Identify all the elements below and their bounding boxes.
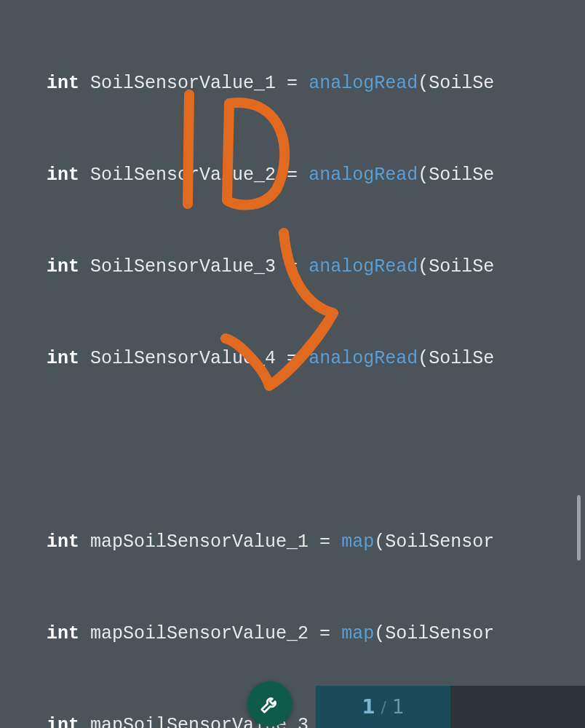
bottom-toolbar: 1 / 1 (0, 678, 585, 728)
blank-line (0, 435, 585, 466)
type-keyword: int (47, 68, 79, 99)
settings-button[interactable] (247, 681, 292, 727)
search-result-counter[interactable]: 1 / 1 (316, 686, 450, 728)
vertical-scrollbar[interactable] (577, 495, 581, 561)
code-line: int SoilSensorValue_3 = analogRead(SoilS… (0, 252, 585, 282)
pager-current: 1 (362, 696, 375, 718)
code-line: int SoilSensorValue_2 = analogRead(SoilS… (0, 160, 585, 191)
code-editor[interactable]: int SoilSensorValue_1 = analogRead(SoilS… (0, 0, 585, 728)
pager-separator: / (381, 698, 386, 716)
wrench-icon (259, 693, 281, 715)
pager-total: 1 (392, 696, 405, 718)
code-line: int mapSoilSensorValue_2 = map(SoilSenso… (0, 619, 585, 649)
code-line: int SoilSensorValue_1 = analogRead(SoilS… (0, 68, 585, 99)
code-line: int SoilSensorValue_4 = analogRead(SoilS… (0, 344, 585, 374)
toolbar-spacer (450, 686, 585, 728)
code-line: int mapSoilSensorValue_1 = map(SoilSenso… (0, 527, 585, 558)
